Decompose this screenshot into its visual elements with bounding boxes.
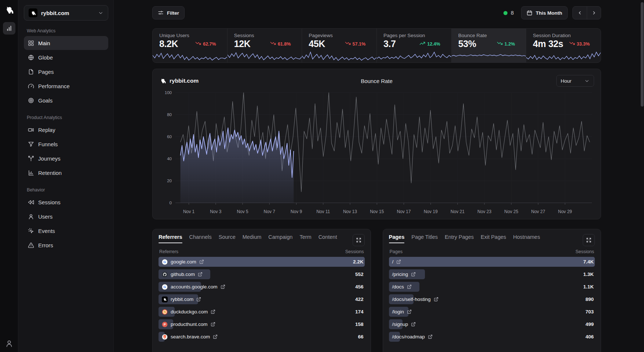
sidebar-item-performance[interactable]: Performance (24, 79, 108, 93)
referrer-row-producthunt-com[interactable]: P producthunt.com 158 (159, 319, 365, 329)
tab-source[interactable]: Source (219, 234, 236, 244)
referrer-row-github-com[interactable]: github.com 552 (159, 269, 365, 279)
sidebar-item-errors[interactable]: Errors (24, 238, 108, 252)
page-row-signup[interactable]: /signup 499 (389, 319, 595, 329)
external-link-icon[interactable] (411, 272, 416, 277)
bounce-rate-chart: 020406080100Nov 1Nov 3Nov 5Nov 7Nov 9Nov… (159, 90, 595, 218)
realtime-visitors[interactable]: 8 (503, 10, 514, 16)
page-list: / 7.4K /pricing 1.3K (389, 257, 595, 342)
stat-sparkline (302, 50, 376, 62)
row-sessions-value: 456 (355, 284, 365, 290)
tab-channels[interactable]: Channels (189, 234, 212, 244)
sidebar-item-label: Users (38, 213, 52, 220)
tab-pages[interactable]: Pages (389, 234, 405, 244)
external-link-icon[interactable] (221, 284, 225, 289)
tab-entry-pages[interactable]: Entry Pages (445, 234, 474, 244)
calendar-icon (527, 10, 532, 16)
referrer-row-search-brave-com[interactable]: search.brave.com 66 (159, 332, 365, 342)
gauge-icon (28, 83, 34, 89)
favicon-producthunt: P (162, 322, 168, 327)
sidebar-item-events[interactable]: Events (24, 224, 108, 238)
page-row-login[interactable]: /login 703 (389, 307, 595, 317)
external-link-icon[interactable] (407, 284, 412, 289)
page-row-root[interactable]: / 7.4K (389, 257, 595, 267)
referrer-row-accounts-google-com[interactable]: G accounts.google.com 456 (159, 282, 365, 292)
sidebar-item-pages[interactable]: Pages (24, 65, 108, 79)
sidebar-item-main[interactable]: Main (24, 36, 108, 50)
stat-change: 57.1% (345, 40, 365, 47)
analytics-nav-icon[interactable] (3, 22, 15, 35)
page-row-docs-self-hosting[interactable]: /docs/self-hosting 890 (389, 294, 595, 304)
stat-card-session-duration[interactable]: Session Duration 4m 32s 33.3% (526, 29, 601, 62)
tab-referrers[interactable]: Referrers (159, 234, 182, 244)
row-label: /docs/roadmap (392, 334, 425, 340)
scrollbar-thumb[interactable] (641, 2, 644, 107)
tab-medium[interactable]: Medium (243, 234, 262, 244)
svg-text:Nov 15: Nov 15 (370, 209, 384, 214)
sidebar-item-sessions[interactable]: Sessions (24, 195, 108, 209)
svg-text:Nov 5: Nov 5 (237, 209, 248, 214)
expand-button[interactable] (583, 234, 595, 246)
external-link-icon[interactable] (396, 259, 401, 264)
page-row-docs-roadmap[interactable]: /docs/roadmap 406 (389, 332, 595, 342)
sidebar-item-globe[interactable]: Globe (24, 50, 108, 64)
tab-exit-pages[interactable]: Exit Pages (481, 234, 506, 244)
external-link-icon[interactable] (434, 297, 439, 302)
row-sessions-value: 1.1K (583, 284, 595, 290)
grid-icon (28, 40, 34, 46)
referrer-row-rybbit-com[interactable]: rybbit.com 422 (159, 294, 365, 304)
svg-text:Nov 25: Nov 25 (504, 209, 518, 214)
stat-card-bounce-rate[interactable]: Bounce Rate 53% 1.2% (452, 29, 527, 62)
external-link-icon[interactable] (211, 309, 215, 314)
tab-content[interactable]: Content (319, 234, 337, 244)
row-label: /login (392, 309, 404, 315)
row-sessions-value: 174 (355, 309, 365, 315)
sidebar-item-retention[interactable]: Retention (24, 166, 108, 180)
split-icon (28, 155, 34, 162)
previous-period-button[interactable] (573, 7, 587, 19)
stat-change: 62.7% (195, 40, 216, 47)
filter-button[interactable]: Filter (152, 6, 185, 19)
referrer-row-duckduckgo-com[interactable]: duckduckgo.com 174 (159, 307, 365, 317)
account-icon[interactable] (5, 340, 13, 348)
stat-value: 53% (458, 39, 476, 49)
stat-card-pageviews[interactable]: Pageviews 45K 57.1% (302, 29, 377, 62)
svg-text:40: 40 (167, 157, 172, 161)
referrer-list: G google.com 2.2K github.com 552 (159, 257, 365, 342)
sidebar-item-journeys[interactable]: Journeys (24, 151, 108, 165)
sidebar-item-funnels[interactable]: Funnels (24, 137, 108, 151)
sidebar-item-goals[interactable]: Goals (24, 93, 108, 107)
site-selector[interactable]: rybbit.com (24, 5, 108, 21)
tab-campaign[interactable]: Campaign (268, 234, 292, 244)
stat-card-sessions[interactable]: Sessions 12K 61.8% (228, 29, 302, 62)
row-label: duckduckgo.com (171, 309, 208, 315)
page-row-pricing[interactable]: /pricing 1.3K (389, 269, 595, 279)
page-row-docs[interactable]: /docs 1.1K (389, 282, 595, 292)
retention-icon (28, 170, 34, 176)
sidebar-item-label: Retention (38, 170, 62, 176)
next-period-button[interactable] (587, 7, 601, 19)
granularity-select[interactable]: Hour (556, 75, 594, 87)
chart-site-label: rybbit.com (170, 78, 199, 84)
tab-hostnames[interactable]: Hostnames (513, 234, 540, 244)
tab-term[interactable]: Term (299, 234, 311, 244)
referrer-row-google-com[interactable]: G google.com 2.2K (159, 257, 365, 267)
external-link-icon[interactable] (411, 322, 416, 327)
external-link-icon[interactable] (407, 309, 412, 314)
tab-page-titles[interactable]: Page Titles (411, 234, 438, 244)
sidebar-item-replay[interactable]: Replay (24, 123, 108, 137)
external-link-icon[interactable] (199, 259, 204, 264)
sidebar-item-users[interactable]: Users (24, 209, 108, 223)
row-label: producthunt.com (171, 322, 208, 327)
external-link-icon[interactable] (428, 334, 433, 339)
svg-text:Nov 27: Nov 27 (531, 209, 545, 214)
date-range-button[interactable]: This Month (521, 6, 568, 19)
stat-card-pages-per-session[interactable]: Pages per Session 3.7 12.4% (377, 29, 452, 62)
external-link-icon[interactable] (196, 297, 201, 302)
stat-card-unique-users[interactable]: Unique Users 8.2K 62.7% (153, 29, 228, 62)
external-link-icon[interactable] (211, 322, 215, 327)
expand-button[interactable] (353, 234, 365, 246)
external-link-icon[interactable] (198, 272, 203, 277)
external-link-icon[interactable] (213, 334, 218, 339)
rybbit-logo-icon[interactable] (4, 4, 15, 15)
